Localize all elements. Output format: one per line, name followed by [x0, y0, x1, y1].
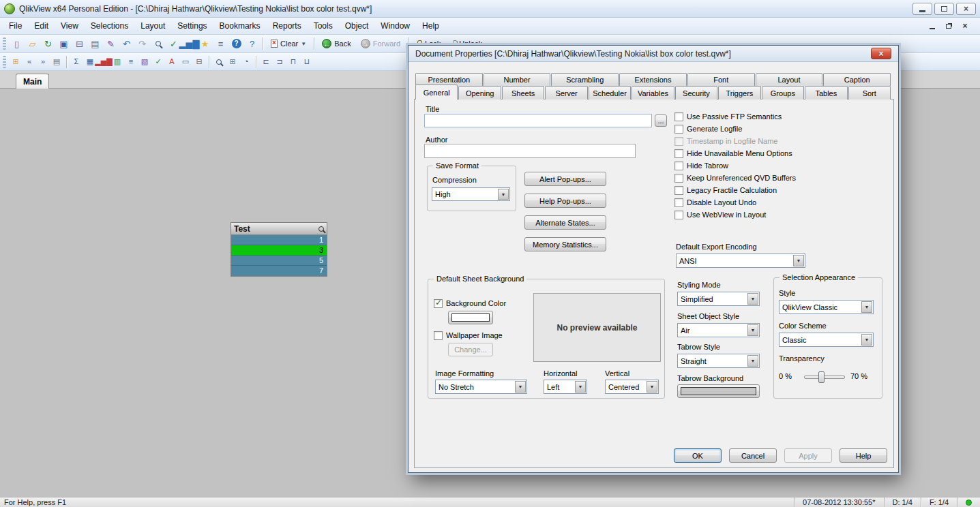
sheet-object-style-select[interactable]: Air ▼ — [677, 323, 760, 337]
sheet-properties-icon[interactable]: ▤ — [50, 55, 63, 70]
background-color-checkbox[interactable]: Background Color — [434, 298, 506, 308]
reload-icon[interactable]: ↻ — [40, 36, 56, 51]
add-bookmark-icon[interactable]: ★ — [197, 36, 213, 51]
print-icon[interactable]: ⊟ — [72, 36, 87, 51]
menu-edit[interactable]: Edit — [28, 18, 55, 33]
quick-chart-wizard-icon[interactable]: ▂▅▇ — [181, 36, 197, 51]
zoom-icon[interactable] — [212, 55, 226, 70]
mdi-restore-button[interactable] — [943, 21, 954, 31]
wallpaper-image-checkbox[interactable]: Wallpaper Image — [434, 331, 503, 340]
checkbox-hide-tabrow[interactable]: Hide Tabrow — [674, 161, 879, 170]
mdi-minimize-button[interactable] — [927, 21, 938, 31]
image-formatting-select[interactable]: No Stretch ▼ — [435, 380, 527, 394]
search-icon[interactable] — [150, 36, 166, 51]
alert-pop-ups-button[interactable]: Alert Pop-ups... — [524, 172, 606, 186]
checkbox-generate-logfile[interactable]: Generate Logfile — [674, 124, 879, 134]
title-browse-button[interactable]: ... — [655, 114, 667, 127]
mdi-close-button[interactable]: × — [960, 21, 970, 31]
change-wallpaper-button[interactable]: Change... — [448, 343, 493, 356]
design-grid-icon[interactable]: ⊞ — [226, 55, 239, 70]
transparency-slider-handle[interactable] — [818, 371, 825, 383]
dropdown-arrow-icon[interactable]: ▼ — [747, 355, 758, 367]
menu-help[interactable]: Help — [416, 18, 445, 33]
context-help-icon[interactable]: ? — [244, 36, 260, 51]
align-bottom-icon[interactable]: ⊔ — [300, 55, 314, 70]
align-right-icon[interactable]: ⊐ — [273, 55, 286, 70]
apply-button[interactable]: Apply — [784, 448, 832, 463]
new-pivot-table-icon[interactable]: ▥ — [110, 55, 124, 70]
promote-sheet-icon[interactable]: « — [23, 55, 36, 70]
new-listbox-icon[interactable]: ≡ — [124, 55, 138, 70]
menu-object[interactable]: Object — [339, 18, 375, 33]
open-file-icon[interactable]: ▱ — [25, 36, 40, 51]
undo-icon[interactable]: ↶ — [119, 36, 134, 51]
tabrow-style-select[interactable]: Straight ▼ — [677, 354, 760, 368]
dropdown-arrow-icon[interactable]: ▼ — [861, 334, 872, 345]
compression-select[interactable]: High ▼ — [432, 187, 510, 201]
align-left-icon[interactable]: ⊏ — [259, 55, 273, 70]
dropdown-arrow-icon[interactable]: ▼ — [647, 381, 657, 393]
checkbox-use-webview-in-layout[interactable]: Use WebView in Layout — [674, 210, 879, 219]
listbox-caption[interactable]: Test — [231, 223, 327, 235]
checkbox-timestamp-in-logfile-name[interactable]: Timestamp in Logfile Name — [674, 136, 879, 146]
maximize-button[interactable] — [934, 3, 954, 15]
time-chart-wizard-icon[interactable]: ◔ — [239, 55, 253, 70]
show-notes-icon[interactable]: ≡ — [213, 36, 228, 51]
checkbox-hide-unavailable-menu-options[interactable]: Hide Unavailable Menu Options — [674, 149, 879, 158]
edit-expression-icon[interactable]: Σ — [70, 55, 83, 70]
title-input[interactable] — [424, 114, 652, 127]
styling-mode-select[interactable]: Simplified ▼ — [677, 292, 760, 306]
minimize-button[interactable] — [912, 3, 932, 15]
clear-button[interactable]: Clear ▼ — [266, 36, 311, 51]
help-icon[interactable]: ? — [228, 36, 244, 51]
dropdown-arrow-icon[interactable]: ▼ — [515, 381, 526, 393]
new-current-selections-box-icon[interactable]: ✓ — [151, 55, 165, 70]
listbox-value-1[interactable]: 1 — [231, 235, 327, 245]
alternate-states-button[interactable]: Alternate States... — [524, 215, 606, 230]
transparency-slider-track[interactable] — [804, 375, 845, 379]
close-button[interactable]: × — [956, 3, 976, 15]
listbox-value-7[interactable]: 7 — [231, 266, 327, 276]
default-export-encoding-select[interactable]: ANSI ▼ — [676, 253, 805, 268]
menu-tools[interactable]: Tools — [308, 18, 339, 33]
new-document-icon[interactable]: ▯ — [9, 36, 25, 51]
menu-window[interactable]: Window — [374, 18, 416, 33]
checkbox-use-passive-ftp-semantics[interactable]: Use Passive FTP Semantics — [674, 112, 879, 121]
checkbox-disable-layout-undo[interactable]: Disable Layout Undo — [674, 198, 879, 207]
tabrow-background-swatch-button[interactable] — [677, 384, 760, 398]
align-top-icon[interactable]: ⊓ — [286, 55, 300, 70]
dropdown-arrow-icon[interactable]: ▼ — [575, 381, 586, 393]
dropdown-arrow-icon[interactable]: ▼ — [793, 255, 804, 266]
listbox-search-icon[interactable] — [318, 226, 324, 232]
menu-file[interactable]: File — [3, 18, 28, 33]
menu-settings[interactable]: Settings — [171, 18, 213, 33]
dropdown-arrow-icon[interactable]: ▼ — [498, 189, 509, 200]
menu-layout[interactable]: Layout — [134, 18, 171, 33]
dropdown-arrow-icon[interactable]: ▼ — [747, 293, 758, 305]
add-sheet-icon[interactable]: ⊞ — [9, 55, 23, 70]
new-text-object-icon[interactable]: A — [165, 55, 179, 70]
listbox-value-3[interactable]: 3 — [231, 245, 327, 256]
demote-sheet-icon[interactable]: » — [36, 55, 50, 70]
toolbar-grip[interactable] — [3, 56, 6, 68]
vertical-select[interactable]: Centered ▼ — [605, 380, 659, 394]
cancel-button[interactable]: Cancel — [729, 448, 777, 463]
new-slider-object-icon[interactable]: ⊟ — [192, 55, 206, 70]
new-statistics-box-icon[interactable]: ▧ — [138, 55, 151, 70]
ok-button[interactable]: OK — [674, 448, 722, 463]
save-icon[interactable]: ▣ — [56, 36, 72, 51]
dropdown-arrow-icon[interactable]: ▼ — [747, 324, 758, 336]
horizontal-select[interactable]: Left ▼ — [544, 380, 587, 394]
background-color-swatch-button[interactable] — [448, 311, 493, 324]
new-button-icon[interactable]: ▭ — [179, 55, 192, 70]
clear-dropdown-arrow-icon[interactable]: ▼ — [301, 41, 306, 47]
menu-bookmarks[interactable]: Bookmarks — [213, 18, 267, 33]
menu-reports[interactable]: Reports — [267, 18, 308, 33]
memory-statistics-button[interactable]: Memory Statistics... — [524, 237, 606, 251]
menu-selections[interactable]: Selections — [85, 18, 134, 33]
toolbar-grip[interactable] — [3, 37, 6, 50]
edit-script-icon[interactable]: ✎ — [103, 36, 119, 51]
sheet-tab-main[interactable]: Main — [16, 74, 49, 89]
help-button[interactable]: Help — [840, 448, 887, 463]
menu-view[interactable]: View — [55, 18, 85, 33]
